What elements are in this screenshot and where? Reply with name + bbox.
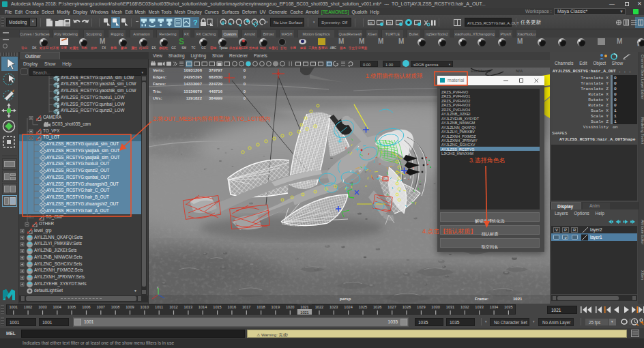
svg-text:1012: 1012 (169, 305, 177, 309)
svg-text:IPR: IPR (387, 21, 392, 25)
svg-text:1010: 1010 (141, 305, 149, 309)
svg-text:1009: 1009 (126, 305, 134, 309)
svg-text:N/A: N/A (516, 69, 523, 73)
svg-text:DB: DB (368, 21, 372, 25)
svg-text:1018: 1018 (257, 305, 265, 309)
svg-text:1003: 1003 (38, 305, 46, 309)
svg-text:1030: 1030 (431, 305, 439, 309)
svg-text:?: ? (193, 18, 198, 27)
svg-text:1026: 1026 (373, 305, 381, 309)
svg-text:1007: 1007 (96, 305, 104, 309)
svg-text:1011: 1011 (155, 305, 163, 309)
svg-text:1032: 1032 (460, 305, 469, 309)
svg-text:1022: 1022 (315, 305, 323, 309)
svg-text:1034: 1034 (490, 305, 498, 309)
svg-text:1014: 1014 (199, 305, 207, 309)
svg-text:1035: 1035 (504, 305, 512, 309)
svg-text:1023: 1023 (330, 305, 338, 309)
svg-text:1017: 1017 (242, 305, 250, 309)
svg-text:1021: 1021 (300, 305, 308, 309)
svg-text:1033: 1033 (475, 305, 483, 309)
svg-text:1031: 1031 (446, 305, 454, 309)
svg-text:1028: 1028 (402, 305, 411, 309)
svg-text:1015: 1015 (213, 305, 221, 309)
svg-text:1001: 1001 (9, 305, 17, 309)
svg-text:1025: 1025 (359, 305, 367, 309)
svg-text:1002: 1002 (24, 305, 32, 309)
svg-text:1024: 1024 (344, 305, 352, 309)
svg-text:1008: 1008 (111, 305, 119, 309)
svg-text:1013: 1013 (184, 305, 192, 309)
svg-text:1005: 1005 (68, 305, 76, 309)
svg-text:1020: 1020 (286, 305, 294, 309)
svg-text:1016: 1016 (228, 305, 236, 309)
svg-text:1021: 1021 (300, 310, 308, 315)
svg-text:1019: 1019 (272, 305, 280, 309)
svg-text:1006: 1006 (82, 305, 90, 309)
svg-text:1027: 1027 (387, 305, 396, 309)
svg-text:1029: 1029 (417, 305, 425, 309)
svg-text:y: y (157, 285, 158, 289)
svg-text:1004: 1004 (53, 305, 61, 309)
